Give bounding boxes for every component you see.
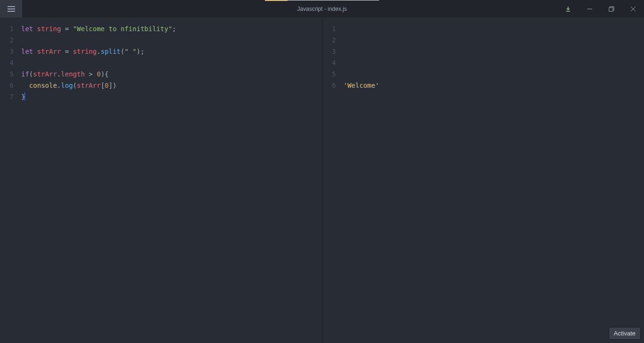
editor-gutter: 1 2 3 4 5 6 7 bbox=[0, 17, 21, 343]
activate-button[interactable]: Activate bbox=[609, 327, 641, 340]
code-line: if(strArr.length > 0){ bbox=[21, 68, 322, 80]
output-code: 'Welcome' bbox=[344, 17, 644, 343]
close-button[interactable] bbox=[622, 0, 644, 17]
output-line: 'Welcome' bbox=[344, 80, 644, 91]
output-line bbox=[344, 57, 644, 68]
output-line bbox=[344, 34, 644, 46]
line-number: 1 bbox=[322, 23, 336, 34]
minimize-button[interactable] bbox=[579, 0, 601, 17]
line-number: 2 bbox=[322, 34, 336, 46]
line-number: 5 bbox=[0, 68, 14, 80]
code-line bbox=[21, 34, 322, 46]
menu-button[interactable] bbox=[0, 0, 22, 17]
minimize-icon bbox=[587, 6, 593, 12]
output-line bbox=[344, 68, 644, 80]
output-pane[interactable]: 1 2 3 4 5 6 'Welcome' bbox=[322, 17, 644, 343]
editor-code[interactable]: let string = "Welcome to nfinitbility"; … bbox=[21, 17, 322, 343]
output-gutter: 1 2 3 4 5 6 bbox=[322, 17, 344, 343]
line-number: 4 bbox=[322, 57, 336, 68]
hamburger-icon bbox=[8, 6, 15, 12]
line-number: 5 bbox=[322, 68, 336, 80]
svg-rect-2 bbox=[609, 8, 613, 11]
download-button[interactable] bbox=[557, 0, 579, 17]
editor-cursor bbox=[25, 92, 25, 100]
code-line bbox=[21, 57, 322, 68]
line-number: 6 bbox=[0, 80, 14, 91]
output-line bbox=[344, 46, 644, 57]
download-icon bbox=[565, 6, 571, 12]
line-number: 1 bbox=[0, 23, 14, 34]
content-area: 1 2 3 4 5 6 7 let string = "Welcome to n… bbox=[0, 17, 644, 343]
window-controls bbox=[557, 0, 644, 17]
code-line: let strArr = string.split(" "); bbox=[21, 46, 322, 57]
code-line: } bbox=[21, 91, 322, 102]
line-number: 7 bbox=[0, 91, 14, 102]
line-number: 3 bbox=[322, 46, 336, 57]
titlebar: Javascript - index.js bbox=[0, 0, 644, 17]
code-line: let string = "Welcome to nfinitbility"; bbox=[21, 23, 322, 34]
output-line bbox=[344, 23, 644, 34]
code-line: console.log(strArr[0]) bbox=[21, 80, 322, 91]
accent-strip bbox=[265, 0, 379, 1]
maximize-icon bbox=[609, 6, 614, 12]
close-icon bbox=[630, 6, 636, 12]
maximize-button[interactable] bbox=[601, 0, 622, 17]
window-title: Javascript - index.js bbox=[297, 6, 347, 12]
line-number: 4 bbox=[0, 57, 14, 68]
line-number: 3 bbox=[0, 46, 14, 57]
line-number: 6 bbox=[322, 80, 336, 91]
line-number: 2 bbox=[0, 34, 14, 46]
editor-pane[interactable]: 1 2 3 4 5 6 7 let string = "Welcome to n… bbox=[0, 17, 322, 343]
